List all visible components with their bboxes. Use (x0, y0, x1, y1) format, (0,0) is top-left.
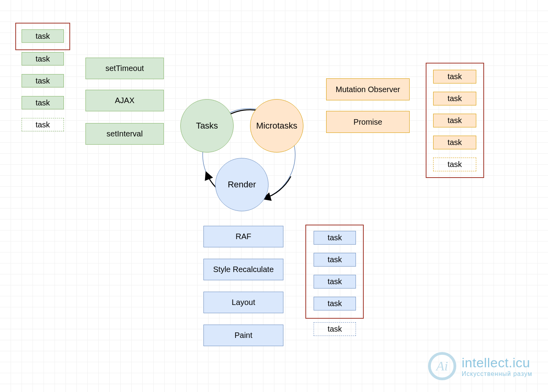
microtask-item-pending: task (433, 158, 476, 171)
microtask-item: task (433, 136, 476, 149)
tasks-source-box: setTimeout (85, 58, 164, 79)
microtask-item: task (433, 92, 476, 105)
task-item: task (22, 74, 64, 87)
microtasks-source-box: Mutation Observer (326, 78, 410, 100)
microtask-item: task (433, 70, 476, 83)
task-item: task (22, 96, 64, 109)
render-task-item: task (314, 253, 356, 267)
watermark-logo: Ai intellect.icu Искусственный разум (428, 352, 532, 380)
task-item: task (22, 29, 64, 43)
watermark-icon: Ai (428, 352, 456, 380)
microtasks-source-box: Promise (326, 111, 410, 133)
render-step-box: RAF (203, 226, 283, 247)
render-circle: Render (215, 158, 269, 211)
task-item-pending: task (22, 118, 64, 131)
render-task-item: task (314, 297, 356, 310)
microtask-item: task (433, 114, 476, 127)
render-task-item: task (314, 275, 356, 289)
tasks-source-box: setInterval (85, 123, 164, 145)
tasks-circle: Tasks (180, 99, 234, 152)
render-step-box: Layout (203, 292, 283, 313)
watermark-title: intellect.icu (462, 355, 532, 370)
render-step-box: Style Recalculate (203, 259, 283, 280)
tasks-source-box: AJAX (85, 90, 164, 111)
render-task-item: task (314, 231, 356, 245)
microtasks-circle: Microtasks (250, 99, 303, 152)
task-item: task (22, 52, 64, 65)
render-task-item-pending: task (314, 322, 356, 336)
watermark-subtitle: Искусственный разум (462, 370, 532, 377)
render-step-box: Paint (203, 325, 283, 346)
